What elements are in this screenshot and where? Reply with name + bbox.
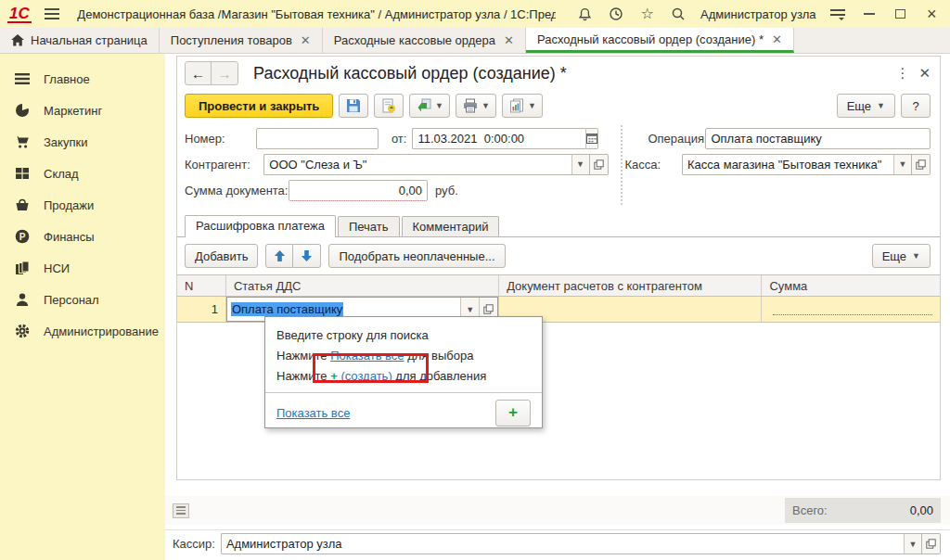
sidebar-item-label: Главное xyxy=(44,72,90,86)
reports-button[interactable]: ▼ xyxy=(502,94,543,118)
create-link[interactable]: (создать) xyxy=(340,369,392,383)
sidebar-item-label: Маркетинг xyxy=(44,104,102,118)
plus-icon: + xyxy=(330,369,338,383)
sidebar-item-label: Администрирование xyxy=(44,325,159,338)
tab-goods-receipts[interactable]: Поступления товаров ✕ xyxy=(160,28,323,53)
tab-print[interactable]: Печать xyxy=(338,216,400,236)
sidebar-item-label: Закупки xyxy=(44,135,87,149)
date-input[interactable] xyxy=(412,128,585,149)
menu-lines-icon xyxy=(15,71,30,86)
sidebar-item-label: Склад xyxy=(44,167,79,181)
cashdesk-dropdown-button[interactable]: ▼ xyxy=(893,154,912,175)
counterparty-input[interactable] xyxy=(263,154,571,175)
sidebar-item-finance[interactable]: Р Финансы xyxy=(0,221,165,252)
1c-logo-icon: 1С xyxy=(7,6,32,23)
tab-payment-breakdown[interactable]: Расшифровка платежа xyxy=(185,215,336,237)
show-all-button-link[interactable]: Показать все xyxy=(276,406,350,420)
minimize-button[interactable] xyxy=(858,3,880,25)
post-document-button[interactable] xyxy=(374,94,404,118)
arrow-down-icon xyxy=(301,249,313,262)
create-based-on-button[interactable]: ▼ xyxy=(409,94,450,118)
add-row-button[interactable]: Добавить xyxy=(185,244,258,268)
counterparty-label: Контрагент: xyxy=(185,158,263,172)
cell-row-number: 1 xyxy=(177,297,226,322)
calendar-button[interactable] xyxy=(585,128,598,149)
section-sidebar: Главное Маркетинг Закупки Склад Продажи … xyxy=(0,54,165,560)
total-box: Всего: 0,00 xyxy=(785,498,941,523)
cashier-dropdown-button[interactable]: ▼ xyxy=(904,533,922,554)
cashier-row: Кассир: ▼ xyxy=(165,529,950,557)
operation-label: Операция: xyxy=(648,132,705,146)
tab-home[interactable]: Начальная страница xyxy=(0,28,160,53)
sidebar-item-administration[interactable]: Администрирование xyxy=(0,315,165,347)
form-close-icon[interactable]: ✕ xyxy=(918,65,931,82)
counterparty-dropdown-button[interactable]: ▼ xyxy=(571,154,590,175)
sidebar-item-main[interactable]: Главное xyxy=(0,63,165,95)
close-window-button[interactable]: × xyxy=(920,3,943,25)
amount-input[interactable] xyxy=(289,180,428,201)
save-button[interactable] xyxy=(339,94,368,118)
number-input[interactable] xyxy=(256,128,379,149)
tab-close-icon[interactable]: ✕ xyxy=(772,32,782,46)
move-row-up-button[interactable] xyxy=(265,244,293,268)
amount-label: Сумма документа: xyxy=(185,184,289,197)
detail-tabs: Расшифровка платежа Печать Комментарий xyxy=(177,209,940,237)
column-header-doc: Документ расчетов с контрагентом xyxy=(499,275,762,296)
print-button[interactable]: ▼ xyxy=(456,94,496,118)
required-sum-underline xyxy=(773,304,932,315)
service-menu-icon[interactable] xyxy=(828,3,850,25)
hamburger-menu-icon[interactable] xyxy=(41,3,63,25)
form-menu-dots-icon[interactable]: ⋮ xyxy=(886,65,918,82)
cashdesk-open-button[interactable] xyxy=(912,154,931,175)
counterparty-open-button[interactable] xyxy=(590,154,609,175)
table-header-row[interactable]: N Статья ДДС Документ расчетов с контраг… xyxy=(177,275,940,297)
forward-button[interactable]: → xyxy=(212,62,238,84)
ruble-icon: Р xyxy=(15,229,30,244)
sidebar-item-marketing[interactable]: Маркетинг xyxy=(0,95,165,126)
notifications-bell-icon[interactable] xyxy=(574,3,597,25)
window-titlebar: 1С Демонстрационная база /Магазин "Бытов… xyxy=(0,0,950,28)
person-icon xyxy=(15,292,30,307)
post-document-icon xyxy=(381,98,396,113)
operation-input[interactable] xyxy=(705,128,931,149)
tab-label: Расходный кассовый ордер (создание) * xyxy=(537,32,764,46)
cashier-open-button[interactable] xyxy=(922,533,941,554)
show-all-link[interactable]: Показать все xyxy=(330,349,404,363)
sidebar-item-sales[interactable]: Продажи xyxy=(0,189,165,221)
pick-unpaid-button[interactable]: Подобрать неоплаченные... xyxy=(328,244,505,268)
sidebar-item-warehouse[interactable]: Склад xyxy=(0,158,165,189)
based-on-icon xyxy=(417,98,431,113)
back-button[interactable]: ← xyxy=(186,62,212,84)
column-header-dds: Статья ДДС xyxy=(226,275,499,296)
home-icon xyxy=(11,34,24,46)
create-new-button[interactable]: + xyxy=(495,400,531,426)
favorites-star-icon[interactable]: ☆ xyxy=(636,3,659,25)
cashdesk-input[interactable] xyxy=(682,154,893,175)
gear-icon xyxy=(15,324,30,338)
history-icon[interactable] xyxy=(605,3,627,25)
tab-cash-orders-list[interactable]: Расходные кассовые ордера ✕ xyxy=(323,28,526,53)
move-row-down-button[interactable] xyxy=(293,244,321,268)
post-and-close-button[interactable]: Провести и закрыть xyxy=(185,94,333,118)
column-header-n: N xyxy=(177,275,226,296)
tab-close-icon[interactable]: ✕ xyxy=(301,33,311,47)
sidebar-item-personnel[interactable]: Персонал xyxy=(0,284,165,315)
tab-cash-order-new[interactable]: Расходный кассовый ордер (создание) * ✕ xyxy=(526,28,794,53)
tab-close-icon[interactable]: ✕ xyxy=(504,33,514,47)
search-icon[interactable] xyxy=(667,3,689,25)
column-divider xyxy=(621,125,623,205)
current-user[interactable]: Администратор узла xyxy=(700,7,816,21)
sidebar-item-nsi[interactable]: НСИ xyxy=(0,252,165,284)
list-icon[interactable] xyxy=(173,503,189,518)
table-more-button[interactable]: Еще▼ xyxy=(872,244,931,268)
more-button[interactable]: Еще▼ xyxy=(837,94,895,118)
totals-bar: Всего: 0,00 xyxy=(165,496,950,525)
sidebar-item-purchases[interactable]: Закупки xyxy=(0,126,165,158)
floppy-icon xyxy=(346,98,361,113)
cashier-input[interactable] xyxy=(221,533,904,554)
cell-sum[interactable] xyxy=(762,297,940,322)
tab-comment[interactable]: Комментарий xyxy=(402,216,500,236)
help-button[interactable]: ? xyxy=(901,94,931,118)
maximize-button[interactable] xyxy=(890,3,912,25)
cashier-label: Кассир: xyxy=(173,537,215,551)
